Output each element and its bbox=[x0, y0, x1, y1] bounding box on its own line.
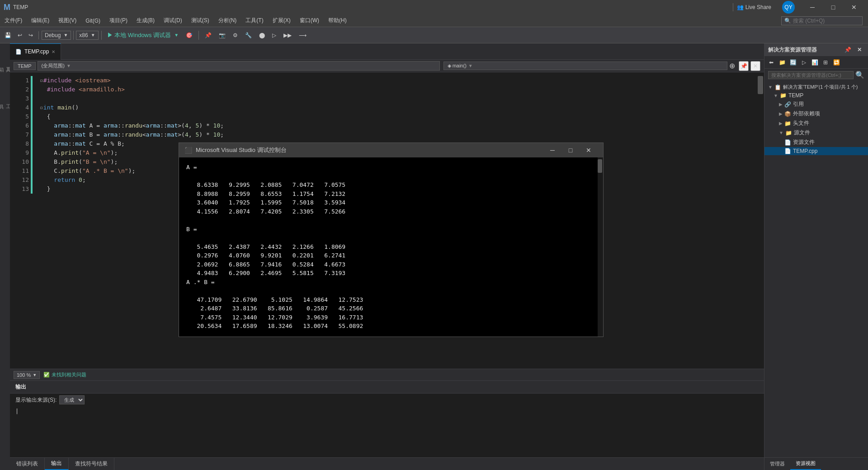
debug-output: A = 8.6338 9.2995 2.0885 7.0472 7.0575 8… bbox=[179, 157, 598, 337]
platform-dropdown[interactable]: x86 ▼ bbox=[76, 31, 98, 40]
editor-scrollbar[interactable] bbox=[758, 72, 764, 369]
debug-config-group: Debug ▼ x86 ▼ bbox=[42, 31, 102, 40]
search-box[interactable]: 🔍 bbox=[781, 16, 863, 25]
close-panel-button[interactable]: ✕ bbox=[854, 45, 864, 55]
function-dropdown[interactable]: ◈ main() ▼ bbox=[443, 62, 727, 70]
tab-find-symbols[interactable]: 查找符号结果 bbox=[69, 458, 114, 470]
pin-button[interactable]: 📌 bbox=[202, 31, 214, 39]
debug-window-controls: ─ □ ✕ bbox=[543, 143, 598, 157]
maximize-button[interactable]: □ bbox=[823, 0, 844, 14]
toolbar-icon5[interactable]: 📊 bbox=[810, 57, 820, 67]
redo-button[interactable]: ↪ bbox=[26, 31, 36, 39]
tree-source-files[interactable]: ▼ 📁 源文件 bbox=[764, 128, 868, 138]
tree-temp-cpp[interactable]: 📄 TEMP.cpp bbox=[764, 147, 868, 155]
search-icon2[interactable]: 🔍 bbox=[855, 71, 864, 79]
debug-line-blank5 bbox=[186, 331, 590, 337]
editor-tab-temp[interactable]: 📄 TEMP.cpp ✕ bbox=[10, 43, 61, 60]
menu-project[interactable]: 项目(P) bbox=[105, 14, 132, 27]
live-share-button[interactable]: 👥 Live Share bbox=[733, 3, 775, 11]
debug-scrollbar[interactable] bbox=[598, 157, 603, 337]
toolbar-icon7[interactable]: 🔁 bbox=[831, 57, 841, 67]
step3-button[interactable]: ⟶ bbox=[296, 31, 309, 39]
step2-button[interactable]: ▶▶ bbox=[281, 31, 294, 39]
tab-resource-view[interactable]: 资源视图 bbox=[790, 458, 821, 470]
expand-arrow-temp: ▼ bbox=[774, 93, 778, 98]
menu-file[interactable]: 文件(F) bbox=[0, 14, 27, 27]
search-input[interactable] bbox=[793, 18, 856, 24]
save-button[interactable]: 💾 bbox=[2, 31, 14, 39]
sidebar-btn-2[interactable]: 工具 bbox=[0, 82, 9, 119]
panel-header-buttons: 📌 ✕ bbox=[843, 45, 864, 55]
debug-line-blank3 bbox=[186, 233, 590, 242]
toolbar-icon2[interactable]: 📁 bbox=[777, 57, 787, 67]
cursor-line: | bbox=[15, 408, 759, 414]
func-chevron: ▼ bbox=[468, 63, 473, 68]
toolbar-icon6[interactable]: ⊞ bbox=[821, 57, 830, 67]
close-button[interactable]: ✕ bbox=[844, 0, 864, 14]
user-avatar[interactable]: QY bbox=[782, 1, 795, 14]
debug-line-a2: 8.8988 8.2959 8.6553 1.1754 7.2132 bbox=[186, 190, 590, 199]
zoom-dropdown[interactable]: 100 % ▼ bbox=[14, 371, 40, 379]
menu-debug[interactable]: 调试(D) bbox=[159, 14, 187, 27]
title-bar-title: TEMP bbox=[13, 4, 28, 10]
menu-extend[interactable]: 扩展(X) bbox=[268, 14, 295, 27]
menu-edit[interactable]: 编辑(E) bbox=[27, 14, 54, 27]
output-source-row: 显示输出来源(S): 生成 bbox=[10, 394, 764, 406]
undo-button[interactable]: ↩ bbox=[15, 31, 25, 39]
output-source-dropdown[interactable]: 生成 bbox=[59, 395, 85, 404]
tab-errors[interactable]: 错误列表 bbox=[10, 458, 45, 470]
toolbar-icon3[interactable]: 🔄 bbox=[788, 57, 798, 67]
debug-line-a4: 4.1556 2.8074 7.4205 2.3305 7.5266 bbox=[186, 207, 590, 216]
code-line-5: { bbox=[40, 112, 758, 121]
scope-dropdown[interactable]: (全局范围) ▼ bbox=[38, 61, 440, 71]
pin-panel-button[interactable]: 📌 bbox=[843, 45, 853, 55]
minimize-button[interactable]: ─ bbox=[802, 0, 823, 14]
debug-minimize-btn[interactable]: ─ bbox=[543, 143, 561, 157]
zoom-chevron: ▼ bbox=[33, 373, 37, 377]
chevron-down-icon3: ▼ bbox=[174, 33, 179, 38]
tree-headers[interactable]: ▶ 📁 头文件 bbox=[764, 119, 868, 128]
nav-pin-button[interactable]: 📌 bbox=[739, 61, 749, 71]
tool2-button[interactable]: 🔧 bbox=[242, 31, 255, 39]
tree-external-deps[interactable]: ▶ 📦 外部依赖项 bbox=[764, 109, 868, 119]
tool1-button[interactable]: ⚙ bbox=[230, 31, 241, 39]
menu-build[interactable]: 生成(B) bbox=[132, 14, 159, 27]
menu-analyze[interactable]: 分析(N) bbox=[214, 14, 241, 27]
menu-view[interactable]: 视图(V) bbox=[54, 14, 81, 27]
debug-maximize-btn[interactable]: □ bbox=[561, 143, 580, 157]
nav-close-button[interactable]: ✕ bbox=[750, 61, 760, 71]
toolbar-icon4[interactable]: ▷ bbox=[799, 57, 809, 67]
tree-resource-files[interactable]: 📄 资源文件 bbox=[764, 138, 868, 147]
code-line-1: ▫#include <iostream> bbox=[40, 76, 758, 85]
toolbar-icon1[interactable]: ⬅ bbox=[766, 57, 776, 67]
breakpoint-button[interactable]: ⬤ bbox=[256, 31, 268, 39]
tree-project-temp[interactable]: ▼ 📁 TEMP bbox=[764, 91, 868, 100]
solution-search-input[interactable] bbox=[768, 71, 854, 79]
tab-close-button[interactable]: ✕ bbox=[52, 49, 55, 54]
debug-scrollbar-thumb[interactable] bbox=[598, 159, 602, 173]
menu-window[interactable]: 窗口(W) bbox=[295, 14, 324, 27]
tree-solution[interactable]: ▼ 📋 解决方案'TEMP'(1 个项目/共 1 个) bbox=[764, 83, 868, 91]
debug-close-btn[interactable]: ✕ bbox=[580, 143, 598, 157]
step-button[interactable]: ▷ bbox=[269, 31, 279, 39]
app-logo: M bbox=[4, 3, 10, 12]
debug-line-ab-header: A .* B = bbox=[186, 278, 590, 287]
camera-button[interactable]: 📷 bbox=[216, 31, 228, 39]
scrollbar-thumb[interactable] bbox=[758, 76, 763, 94]
file-path-nav[interactable]: TEMP bbox=[14, 62, 36, 70]
debug-config-dropdown[interactable]: Debug ▼ bbox=[42, 31, 71, 40]
debug-line-c3: 7.4575 12.3440 12.7029 3.9639 16.7713 bbox=[186, 313, 590, 322]
output-panel: 输出 显示输出来源(S): 生成 | bbox=[10, 380, 764, 457]
tab-manager[interactable]: 管理器 bbox=[764, 458, 790, 470]
tab-output[interactable]: 输出 bbox=[45, 458, 69, 470]
menu-test[interactable]: 测试(S) bbox=[187, 14, 214, 27]
add-file-button[interactable]: ⊕ bbox=[729, 62, 735, 70]
tree-references[interactable]: ▶ 🔗 引用 bbox=[764, 100, 868, 109]
target-button[interactable]: 🎯 bbox=[183, 31, 195, 39]
run-debugger-button[interactable]: ▶ 本地 Windows 调试器 ▼ bbox=[104, 30, 181, 40]
expand-arrow-ref: ▶ bbox=[779, 102, 783, 107]
sidebar-btn-1[interactable]: 工具箱 bbox=[0, 45, 9, 81]
menu-tools[interactable]: 工具(T) bbox=[241, 14, 268, 27]
menu-git[interactable]: Git(G) bbox=[81, 14, 105, 27]
menu-help[interactable]: 帮助(H) bbox=[324, 14, 351, 27]
